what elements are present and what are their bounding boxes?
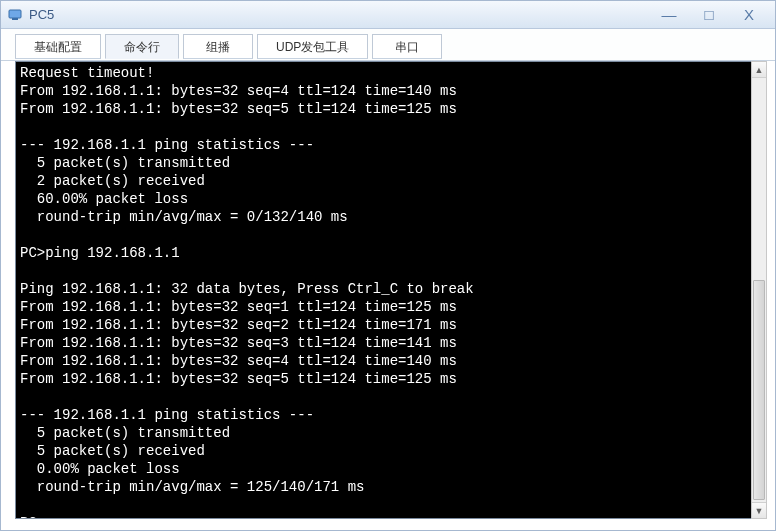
scrollbar[interactable]: ▲ ▼ [751, 61, 767, 519]
scroll-down-button[interactable]: ▼ [752, 502, 766, 518]
tab-bar: 基础配置 命令行 组播 UDP发包工具 串口 [1, 29, 775, 61]
tab-udp-tool[interactable]: UDP发包工具 [257, 34, 368, 59]
tab-basic-config[interactable]: 基础配置 [15, 34, 101, 59]
tab-command-line[interactable]: 命令行 [105, 34, 179, 59]
tab-serial[interactable]: 串口 [372, 34, 442, 59]
svg-rect-1 [12, 18, 18, 20]
tab-multicast[interactable]: 组播 [183, 34, 253, 59]
title-bar: PC5 — □ X [1, 1, 775, 29]
minimize-button[interactable]: — [655, 6, 683, 24]
svg-rect-0 [9, 10, 21, 18]
terminal-output[interactable]: Request timeout! From 192.168.1.1: bytes… [15, 61, 753, 519]
app-icon [7, 7, 23, 23]
scroll-thumb[interactable] [753, 280, 765, 500]
window-title: PC5 [29, 7, 655, 22]
maximize-button[interactable]: □ [695, 6, 723, 24]
close-button[interactable]: X [735, 6, 763, 24]
window-controls: — □ X [655, 6, 763, 24]
scroll-up-button[interactable]: ▲ [752, 62, 766, 78]
scroll-track[interactable] [752, 78, 766, 502]
